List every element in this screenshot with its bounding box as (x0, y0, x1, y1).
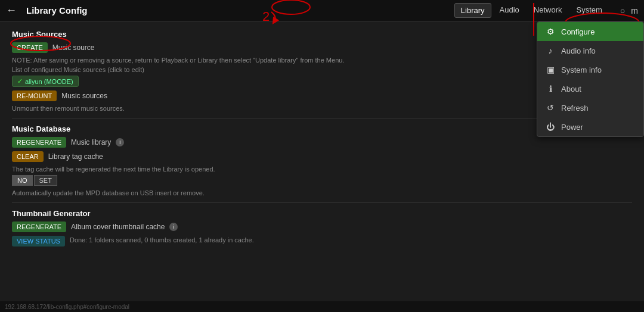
circle-icon[interactable]: ○ (620, 6, 625, 15)
library-info-icon[interactable]: i (116, 138, 124, 146)
nav-library[interactable]: Library (454, 3, 491, 18)
statusbar: 192.168.68.172/lib-config.php#configure-… (0, 301, 644, 312)
nav-network[interactable]: Network (528, 3, 568, 18)
toggle-set-button[interactable]: SET (34, 175, 57, 186)
power-label: Power (561, 123, 583, 132)
dropdown-power[interactable]: ⏻ Power (537, 117, 643, 136)
dropdown-menu: ⚙ Configure ♪ Audio info ▣ System info ℹ… (537, 21, 644, 137)
dropdown-configure[interactable]: ⚙ Configure (537, 22, 643, 41)
topbar-icons: ○ m (620, 6, 638, 15)
toggle-no-button[interactable]: NO (12, 175, 33, 186)
toggle-group: NO SET (12, 175, 57, 186)
audio-info-label: Audio info (561, 46, 596, 55)
toggle-row: NO SET (12, 175, 632, 186)
refresh-icon: ↺ (546, 103, 555, 113)
dropdown-system-info[interactable]: ▣ System info (537, 60, 643, 79)
configure-icon: ⚙ (546, 27, 555, 36)
dropdown-refresh[interactable]: ↺ Refresh (537, 98, 643, 117)
cache-note: The tag cache will be regenerated the ne… (12, 166, 632, 173)
divider-2 (12, 202, 632, 203)
status-text: Done: 1 folders scanned, 0 thumbs create… (70, 236, 254, 244)
page-title: Library Config (26, 5, 88, 15)
dropdown-about[interactable]: ℹ About (537, 79, 643, 98)
clear-cache-label: Library tag cache (48, 152, 103, 161)
refresh-label: Refresh (561, 104, 589, 113)
check-icon: ✓ (17, 77, 23, 85)
clear-cache-button[interactable]: CLEAR (12, 151, 44, 162)
thumbnail-generator-title: Thumbnail Generator (12, 209, 632, 218)
regenerate-library-button[interactable]: REGENERATE (12, 137, 66, 148)
regenerate-thumbnail-button[interactable]: REGENERATE (12, 221, 66, 232)
statusbar-url: 192.168.68.172/lib-config.php#configure-… (5, 304, 129, 310)
clear-cache-row: CLEAR Library tag cache (12, 151, 632, 162)
power-icon: ⏻ (546, 122, 555, 132)
remount-label: Music sources (61, 92, 107, 100)
nav-system[interactable]: System (571, 3, 608, 18)
create-button[interactable]: CREATE (12, 42, 48, 53)
view-status-button[interactable]: VIEW STATUS (12, 236, 65, 247)
topbar: ← Library Config Library Audio Network S… (0, 0, 644, 21)
create-label: Music source (52, 43, 95, 52)
system-info-label: System info (561, 65, 602, 74)
nav-bar: Library Audio Network System (454, 3, 608, 18)
regenerate-thumbnail-label: Album cover thumbnail cache (71, 223, 165, 231)
system-icon: ▣ (546, 65, 555, 74)
back-button[interactable]: ← (6, 4, 17, 17)
menu-icon[interactable]: m (631, 6, 638, 15)
configure-label: Configure (561, 27, 595, 36)
about-label: About (561, 85, 581, 93)
about-icon: ℹ (546, 84, 555, 93)
view-status-row: VIEW STATUS Done: 1 folders scanned, 0 t… (12, 236, 632, 247)
regenerate-library-row: REGENERATE Music library i (12, 137, 632, 148)
remount-button[interactable]: RE-MOUNT (12, 91, 57, 101)
auto-note: Automatically update the MPD database on… (12, 189, 632, 196)
audio-icon: ♪ (546, 46, 555, 55)
regenerate-library-label: Music library (71, 138, 111, 146)
source-badge-aliyun[interactable]: ✓ aliyun (MOODE) (12, 76, 79, 87)
dropdown-audio-info[interactable]: ♪ Audio info (537, 41, 643, 60)
thumbnail-info-icon[interactable]: i (169, 223, 178, 231)
source-name: aliyun (MOODE) (25, 78, 73, 85)
regenerate-thumbnail-row: REGENERATE Album cover thumbnail cache i (12, 221, 632, 232)
nav-audio[interactable]: Audio (494, 3, 525, 18)
